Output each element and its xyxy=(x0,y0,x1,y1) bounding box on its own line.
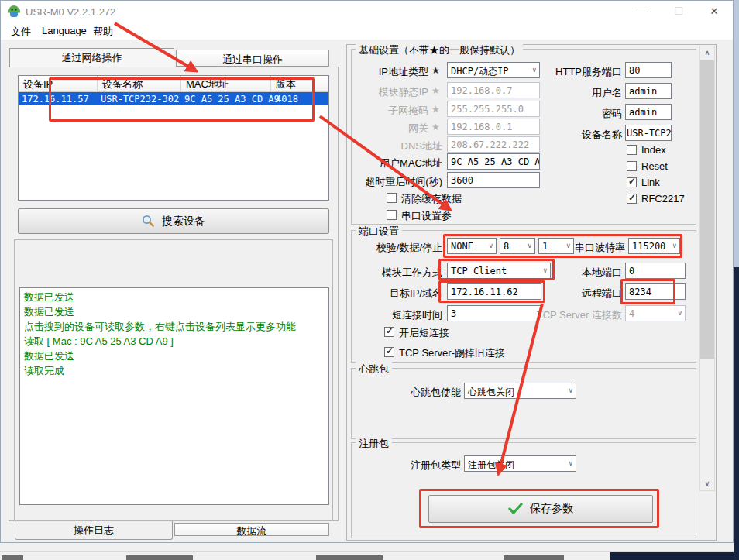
group-heartbeat xyxy=(351,368,696,439)
background-text-fragment xyxy=(2,555,23,560)
password-input[interactable]: admin xyxy=(625,104,672,120)
scroll-down-icon[interactable]: ∨ xyxy=(700,477,714,490)
heartbeat-enable-value: 心跳包关闭 xyxy=(468,387,514,397)
remote-port-label: 远程端口 xyxy=(543,287,622,301)
serial-params-checkbox[interactable] xyxy=(387,210,397,220)
group-heartbeat-title: 心跳包 xyxy=(356,362,392,376)
parity-label: 校验/数据/停止 xyxy=(326,241,442,255)
tab-network-operate[interactable]: 通过网络操作 xyxy=(9,48,174,67)
register-type-select[interactable]: 注册包关闭 ∨ xyxy=(464,455,576,472)
menu-help[interactable]: 帮助 xyxy=(89,24,117,40)
short-time-label: 短连接时间 xyxy=(326,308,442,322)
field-row-shorttime: 短连接时间 3 TCP Server 连接数 4 ∨ xyxy=(1,305,734,324)
kick-old-checkbox[interactable] xyxy=(384,347,394,357)
username-label: 用户名 xyxy=(535,86,622,100)
timeout-input[interactable]: 3600 xyxy=(447,172,540,188)
clear-cache-checkbox[interactable] xyxy=(387,193,397,203)
password-label: 密码 xyxy=(535,107,622,121)
kick-old-label: TCP Server-踢掉旧连接 xyxy=(399,346,505,360)
field-row-register: 注册包类型 注册包关闭 ∨ xyxy=(1,455,734,474)
log-line: 数据已发送 xyxy=(24,349,325,363)
short-conn-label: 开启短连接 xyxy=(399,326,449,340)
scrollbar-thumb[interactable] xyxy=(700,60,714,359)
background-window-edge-dark xyxy=(734,267,739,560)
annotation-box-remote-port xyxy=(620,279,675,304)
user-mac-label: 用户MAC地址 xyxy=(326,156,442,170)
local-port-input[interactable]: 0 xyxy=(625,263,686,279)
username-input[interactable]: admin xyxy=(625,83,672,99)
short-conn-checkbox[interactable] xyxy=(384,327,394,337)
maximize-button[interactable]: ☐ xyxy=(665,2,692,21)
reset-checkbox[interactable] xyxy=(627,161,637,171)
local-port-label: 本地端口 xyxy=(543,266,622,280)
menu-bar: 文件 Language 帮助 xyxy=(1,22,733,40)
close-button[interactable]: ✕ xyxy=(701,2,727,21)
search-device-label: 搜索设备 xyxy=(162,215,205,228)
chevron-down-icon: ∨ xyxy=(677,309,682,317)
workmode-label: 模块工作方式 xyxy=(326,266,442,280)
register-type-value: 注册包关闭 xyxy=(468,459,514,470)
target-ip-label: 目标IP/域名 xyxy=(326,287,442,301)
heartbeat-enable-label: 心跳包使能 xyxy=(365,386,461,400)
heartbeat-enable-select[interactable]: 心跳包关闭 ∨ xyxy=(464,383,576,399)
index-checkbox[interactable] xyxy=(627,145,637,155)
group-base-title: 基础设置（不带★的一般保持默认） xyxy=(356,43,523,57)
http-port-label: HTTP服务端口 xyxy=(535,65,622,79)
max-conn-label: TCP Server 连接数 xyxy=(512,308,622,322)
link-checkbox[interactable] xyxy=(627,177,637,187)
register-type-label: 注册包类型 xyxy=(365,459,461,472)
group-port-title: 端口设置 xyxy=(356,225,402,239)
field-row-device-name: 设备名称 USR-TCP23 xyxy=(1,125,734,143)
rfc2217-label: RFC2217 xyxy=(641,193,685,204)
search-device-button[interactable]: 搜索设备 xyxy=(18,208,329,234)
menu-file[interactable]: 文件 xyxy=(7,24,35,40)
menu-language[interactable]: Language xyxy=(38,24,91,40)
background-text-fragment xyxy=(126,555,193,560)
background-text-fragment xyxy=(504,555,564,560)
window-title: USR-M0 V2.2.1.272 xyxy=(26,6,115,18)
clear-cache-label: 清除缓存数据 xyxy=(401,192,462,206)
app-icon xyxy=(7,5,21,19)
user-mac-input[interactable]: 9C A5 25 A3 CD A9 xyxy=(447,153,540,170)
link-label: Link xyxy=(641,177,660,188)
max-conn-value: 4 xyxy=(629,308,634,319)
scroll-up-icon[interactable]: ∧ xyxy=(700,46,714,60)
magnifier-icon xyxy=(142,215,155,228)
group-register-title: 注册包 xyxy=(356,437,392,451)
log-line: 读取 [ Mac : 9C A5 25 A3 CD A9 ] xyxy=(24,334,325,349)
title-bar: USR-M0 V2.2.1.272 — ☐ ✕ xyxy=(1,1,733,22)
field-row-timeout: 超时重启时间(秒) 3600 xyxy=(1,172,734,191)
chevron-down-icon: ∨ xyxy=(568,459,573,467)
field-row-mac: 用户MAC地址 9C A5 25 A3 CD A9 xyxy=(1,153,734,172)
device-name-label: 设备名称 xyxy=(535,128,622,142)
screen: USR-M0 V2.2.1.272 — ☐ ✕ 文件 Language 帮助 通… xyxy=(0,0,739,560)
log-line: 读取完成 xyxy=(24,363,325,378)
reset-label: Reset xyxy=(641,160,668,172)
device-name-input[interactable]: USR-TCP23 xyxy=(625,125,672,141)
annotation-box-device-table xyxy=(49,77,315,122)
tab-operation-log[interactable]: 操作日志 xyxy=(15,521,173,540)
serial-params-label: 串口设置参 xyxy=(401,209,452,223)
rfc2217-checkbox[interactable] xyxy=(627,194,637,204)
timeout-label: 超时重启时间(秒) xyxy=(326,175,442,189)
background-text-fragment xyxy=(316,555,383,560)
field-row-heartbeat: 心跳包使能 心跳包关闭 ∨ xyxy=(1,383,734,401)
background-window-bar xyxy=(610,552,734,560)
annotation-box-target-ip xyxy=(438,280,545,303)
chevron-down-icon: ∨ xyxy=(568,387,573,394)
annotation-box-workmode xyxy=(438,259,555,280)
tab-data-stream[interactable]: 数据流 xyxy=(174,523,329,536)
annotation-box-serial-params xyxy=(443,234,682,258)
background-window-edge xyxy=(734,0,739,267)
max-conn-select[interactable]: 4 ∨ xyxy=(625,305,686,321)
index-label: Index xyxy=(641,144,666,156)
annotation-box-save-button xyxy=(419,489,659,528)
minimize-button[interactable]: — xyxy=(630,2,656,21)
http-port-input[interactable]: 80 xyxy=(625,62,672,78)
